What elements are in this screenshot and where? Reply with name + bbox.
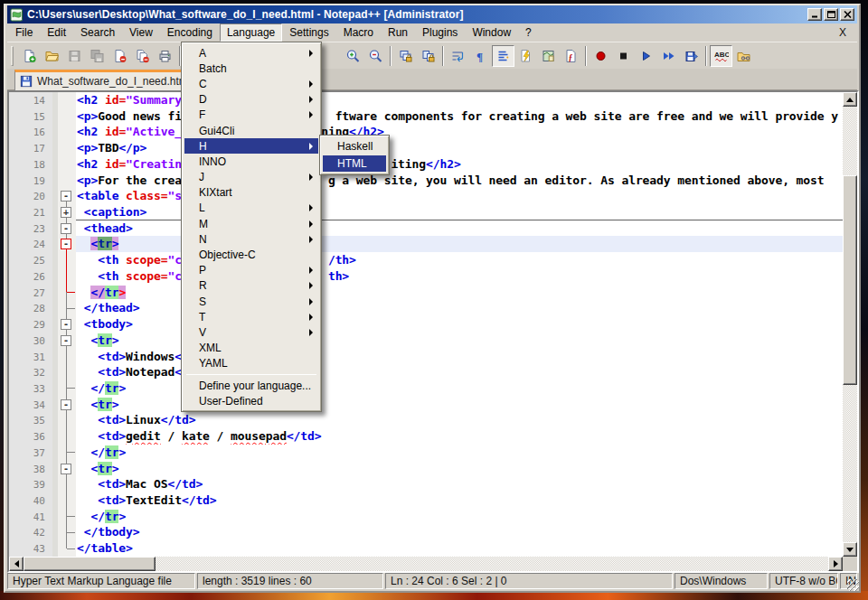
fold-margin[interactable] (58, 156, 76, 173)
fold-collapse-box[interactable]: - (61, 399, 71, 410)
language-menu-item-inno[interactable]: INNO (184, 154, 318, 169)
language-menu-item-m[interactable]: M (184, 216, 318, 231)
zoom-out-button[interactable] (364, 45, 387, 67)
menu-macro[interactable]: Macro (336, 23, 381, 42)
fold-margin[interactable] (58, 173, 76, 189)
fold-collapse-box[interactable]: - (61, 319, 71, 330)
fold-collapse-box[interactable]: - (61, 239, 71, 249)
save-recorded-macro-button[interactable] (680, 45, 703, 67)
fold-margin[interactable] (58, 285, 76, 301)
code-text[interactable]: <tr> (76, 461, 843, 477)
spell-check-button[interactable]: ABC (710, 45, 732, 67)
fold-margin[interactable]: - (58, 220, 76, 237)
language-menu-item-f[interactable]: F (184, 108, 318, 123)
scroll-left-button[interactable] (9, 557, 24, 571)
submenu-item-html[interactable]: HTML (323, 155, 386, 173)
fold-margin[interactable]: - (58, 236, 76, 252)
vertical-scroll-thumb[interactable] (843, 175, 857, 385)
language-menu-item-s[interactable]: S (184, 294, 318, 309)
new-file-button[interactable] (18, 45, 41, 67)
word-wrap-button[interactable] (447, 45, 469, 67)
fold-margin[interactable] (58, 380, 76, 397)
playback-button[interactable] (635, 45, 657, 67)
scroll-right-button[interactable] (828, 557, 843, 571)
fold-collapse-box[interactable]: - (61, 464, 71, 474)
start-recording-button[interactable] (590, 45, 612, 67)
scroll-down-button[interactable] (843, 542, 857, 557)
minimize-button[interactable] (807, 8, 822, 21)
language-menu-item-h[interactable]: H (184, 138, 318, 154)
fold-margin[interactable] (58, 476, 76, 492)
horizontal-scrollbar[interactable] (9, 557, 843, 571)
fold-margin[interactable] (58, 492, 76, 509)
fold-margin[interactable] (58, 92, 76, 108)
vertical-scrollbar[interactable] (843, 92, 857, 557)
menu-help[interactable]: ? (518, 23, 539, 42)
fold-margin[interactable]: - (58, 333, 76, 349)
menu-edit[interactable]: Edit (40, 23, 73, 42)
show-paragraph-button[interactable]: ¶ (469, 45, 492, 67)
fold-collapse-box[interactable]: - (61, 223, 71, 234)
fold-margin[interactable]: - (58, 188, 76, 204)
menu-view[interactable]: View (122, 23, 160, 42)
fold-margin[interactable] (58, 428, 76, 445)
fold-margin[interactable] (58, 268, 76, 285)
fold-margin[interactable] (58, 509, 76, 525)
sync-horizontal-scrolling-button[interactable] (417, 45, 439, 67)
language-menu-item-p[interactable]: P (184, 263, 318, 278)
menu-settings[interactable]: Settings (282, 23, 335, 42)
language-menu-item-n[interactable]: N (184, 231, 318, 247)
menu-plugins[interactable]: Plugins (415, 23, 465, 42)
fold-collapse-box[interactable]: - (61, 335, 71, 346)
close-all-button[interactable] (131, 45, 154, 67)
menu-window[interactable]: Window (465, 23, 518, 42)
language-menu-item-l[interactable]: L (184, 201, 318, 216)
horizontal-scroll-thumb[interactable] (24, 557, 156, 571)
menubar-close-document-button[interactable]: X (835, 25, 850, 40)
show-all-characters-button[interactable] (492, 45, 514, 67)
function-list-button[interactable]: ƒ (560, 45, 582, 67)
close-window-button[interactable] (840, 8, 854, 21)
fold-margin[interactable] (58, 300, 76, 316)
stop-recording-button[interactable] (612, 45, 635, 67)
code-text[interactable]: <td>Linux</td> (76, 412, 843, 428)
language-menu-item-define-your-language-[interactable]: Define your language... (184, 378, 318, 393)
maximize-button[interactable] (824, 8, 838, 21)
fold-margin[interactable] (58, 124, 76, 140)
language-menu-item-t[interactable]: T (184, 309, 318, 324)
fold-margin[interactable]: - (58, 316, 76, 333)
fold-margin[interactable]: - (58, 397, 76, 413)
open-containing-folder-button[interactable] (732, 45, 755, 67)
code-text[interactable]: </tr> (76, 445, 843, 461)
fold-margin[interactable] (58, 349, 76, 365)
zoom-in-button[interactable] (342, 45, 364, 67)
show-indent-guide-button[interactable] (514, 45, 537, 67)
fold-margin[interactable] (58, 412, 76, 428)
scroll-up-button[interactable] (843, 92, 857, 107)
code-text[interactable]: <td>TextEdit</td> (76, 492, 843, 509)
code-text[interactable]: </tbody> (76, 524, 843, 540)
submenu-item-haskell[interactable]: Haskell (323, 138, 386, 155)
document-map-button[interactable] (537, 45, 560, 67)
open-file-button[interactable] (41, 45, 63, 67)
language-menu-item-gui4cli[interactable]: Gui4Cli (184, 123, 318, 138)
language-menu-item-objective-c[interactable]: Objective-C (184, 247, 318, 262)
sync-vertical-scrolling-button[interactable] (394, 45, 417, 67)
menu-file[interactable]: File (8, 23, 40, 42)
save-all-button[interactable] (86, 45, 108, 67)
fold-margin[interactable] (58, 140, 76, 156)
fold-collapse-box[interactable]: - (61, 191, 71, 202)
close-button[interactable] (108, 45, 131, 67)
fold-expand-box[interactable]: + (61, 207, 71, 218)
resize-grip[interactable] (847, 579, 859, 591)
language-menu-item-r[interactable]: R (184, 278, 318, 294)
language-menu-item-d[interactable]: D (184, 92, 318, 108)
fold-margin[interactable] (58, 108, 76, 125)
language-menu-item-c[interactable]: C (184, 76, 318, 91)
language-menu-item-j[interactable]: J (184, 170, 318, 185)
fold-margin[interactable] (58, 252, 76, 268)
toolbar-grip[interactable] (11, 46, 14, 66)
language-menu-item-kixtart[interactable]: KIXtart (184, 185, 318, 201)
fold-margin[interactable] (58, 524, 76, 540)
language-menu-item-xml[interactable]: XML (184, 341, 318, 356)
